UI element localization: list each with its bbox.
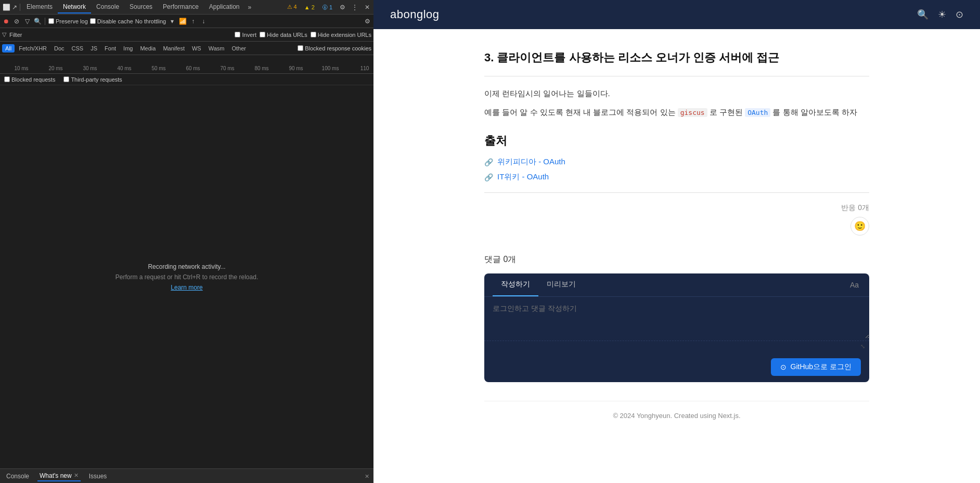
tab-more[interactable]: »	[245, 2, 255, 13]
search-icon[interactable]: 🔍	[917, 9, 929, 20]
tab-console[interactable]: Console	[91, 1, 124, 14]
comments-heading: 댓글 0개	[484, 254, 869, 265]
comment-editor: 작성하기 미리보기 Aa ⤡ ⊙ GitHub으로 로그인	[484, 273, 869, 382]
type-btn-manifest[interactable]: Manifest	[160, 44, 188, 53]
throttling-dropdown-icon[interactable]: ▾	[168, 17, 176, 25]
type-btn-wasm[interactable]: Wasm	[205, 44, 228, 53]
devtools-settings-icon[interactable]: ⚙	[338, 3, 346, 11]
devtools-panel-icon-1[interactable]: ⬜	[2, 3, 10, 11]
tab-elements[interactable]: Elements	[21, 1, 58, 14]
timeline-label-110: 110	[347, 66, 373, 71]
timeline-label-100ms: 100 ms	[313, 66, 347, 71]
source-item-2: 🔗 IT위키 - OAuth	[484, 172, 869, 182]
perform-text: Perform a request or hit Ctrl+R to recor…	[115, 273, 258, 281]
search-network-icon[interactable]: 🔍	[33, 17, 42, 25]
import-icon[interactable]: ↑	[189, 17, 197, 25]
warning-badge: ▲ 2	[303, 4, 316, 10]
devtools-panel-icon-2[interactable]: ↗	[10, 3, 19, 11]
devtools-close-icon[interactable]: ✕	[363, 3, 371, 11]
github-login-button[interactable]: ⊙ GitHub으로 로그인	[771, 358, 861, 376]
type-btn-font[interactable]: Font	[101, 44, 119, 53]
comment-textarea[interactable]	[484, 297, 869, 338]
disable-cache-checkbox[interactable]: Disable cache	[90, 18, 133, 24]
error-badge: ⚠ 4	[286, 4, 299, 10]
timeline-label-50ms: 50 ms	[141, 66, 176, 71]
type-btn-all[interactable]: All	[2, 44, 15, 53]
comment-tab-preview[interactable]: 미리보기	[538, 273, 584, 296]
source-link-1[interactable]: 위키피디아 - OAuth	[497, 157, 565, 167]
bottom-tab-issues[interactable]: Issues	[87, 472, 109, 481]
type-btn-js[interactable]: JS	[87, 44, 100, 53]
filter-label-icon: ▽	[2, 31, 6, 38]
info-badge: 🛈 1	[320, 4, 334, 10]
type-btn-doc[interactable]: Doc	[51, 44, 68, 53]
sources-list: 🔗 위키피디아 - OAuth 🔗 IT위키 - OAuth	[484, 157, 869, 182]
github-login-bar: ⊙ GitHub으로 로그인	[484, 352, 869, 382]
timeline-label-60ms: 60 ms	[176, 66, 210, 71]
comment-tab-write[interactable]: 작성하기	[493, 273, 538, 296]
type-btn-fetch[interactable]: Fetch/XHR	[16, 44, 50, 53]
timeline-label-70ms: 70 ms	[210, 66, 244, 71]
hide-extension-urls-checkbox[interactable]: Hide extension URLs	[311, 32, 371, 38]
section-heading: 3. 클라이언트를 사용하는 리소스 오너가 인증 서버에 접근	[484, 50, 869, 66]
comment-tab-right: Aa	[848, 275, 861, 295]
site-content: 3. 클라이언트를 사용하는 리소스 오너가 인증 서버에 접근 이제 런타임시…	[443, 29, 911, 483]
type-btn-css[interactable]: CSS	[69, 44, 87, 53]
site-logo: abonglog	[390, 8, 440, 21]
section-divider	[484, 76, 869, 76]
blocked-requests-checkbox[interactable]: Blocked requests	[4, 76, 55, 83]
timeline-label-40ms: 40 ms	[107, 66, 141, 71]
recording-text: Recording network activity...	[148, 263, 225, 270]
filter-icon[interactable]: ▽	[23, 17, 31, 25]
network-settings-icon[interactable]: ⚙	[363, 17, 371, 25]
giscus-code: giscus	[678, 108, 707, 117]
timeline-label-90ms: 90 ms	[279, 66, 313, 71]
filter-input[interactable]	[25, 32, 231, 38]
tab-performance[interactable]: Performance	[158, 1, 204, 14]
type-btn-other[interactable]: Other	[228, 44, 249, 53]
learn-more-link[interactable]: Learn more	[171, 284, 202, 291]
timeline-label-10ms: 10 ms	[4, 66, 38, 71]
devtools-more-icon[interactable]: ⋮	[351, 3, 359, 11]
tab-network[interactable]: Network	[58, 1, 91, 14]
filter-label: Filter	[9, 32, 22, 38]
export-icon[interactable]: ↓	[199, 17, 208, 25]
blocked-response-cookies-checkbox[interactable]: Blocked response cookies	[298, 45, 371, 51]
site-footer: © 2024 Yonghyeun. Created using Next.js.	[484, 401, 869, 430]
third-party-requests-checkbox[interactable]: Third-party requests	[63, 76, 122, 83]
reactions-label: 반응 0개	[841, 203, 869, 213]
throttling-selector[interactable]: No throttling	[135, 18, 166, 24]
bottom-tab-whats-new[interactable]: What's new ✕	[37, 471, 81, 481]
reactions-section: 반응 0개 🙂	[484, 192, 869, 246]
invert-checkbox[interactable]: Invert	[235, 32, 256, 38]
bottom-tab-console[interactable]: Console	[4, 472, 31, 481]
wifi-icon[interactable]: 📶	[178, 17, 187, 25]
timeline-label-30ms: 30 ms	[73, 66, 107, 71]
bottom-bar-close-icon[interactable]: ✕	[365, 473, 369, 479]
tab-sources[interactable]: Sources	[124, 1, 158, 14]
theme-toggle-icon[interactable]: ☀	[938, 9, 946, 20]
footer-text: © 2024 Yonghyeun. Created using Next.js.	[613, 412, 740, 420]
record-icon[interactable]: ⏺	[2, 17, 10, 25]
stop-icon[interactable]: ⊘	[12, 17, 21, 25]
hide-data-urls-checkbox[interactable]: Hide data URLs	[260, 32, 307, 38]
timeline-label-20ms: 20 ms	[38, 66, 73, 71]
comment-editor-tabs: 작성하기 미리보기 Aa	[484, 273, 869, 297]
site-header: abonglog 🔍 ☀ ⊙	[373, 0, 980, 29]
comment-resize-handle: ⤡	[484, 341, 869, 352]
preserve-log-checkbox[interactable]: Preserve log	[48, 18, 88, 24]
tab-application[interactable]: Application	[204, 1, 245, 14]
body-text-1: 이제 런타임시의 일어나는 일들이다.	[484, 87, 869, 100]
github-header-icon[interactable]: ⊙	[956, 9, 963, 20]
source-link-icon-1: 🔗	[484, 158, 493, 166]
type-btn-img[interactable]: Img	[120, 44, 136, 53]
source-item-1: 🔗 위키피디아 - OAuth	[484, 157, 869, 167]
sources-heading: 출처	[484, 133, 869, 149]
type-btn-ws[interactable]: WS	[189, 44, 204, 53]
type-btn-media[interactable]: Media	[137, 44, 159, 53]
timeline-label-80ms: 80 ms	[244, 66, 279, 71]
source-link-2[interactable]: IT위키 - OAuth	[497, 172, 549, 182]
source-link-icon-2: 🔗	[484, 173, 493, 181]
whats-new-close-icon[interactable]: ✕	[74, 472, 79, 479]
emoji-reaction-button[interactable]: 🙂	[850, 217, 869, 236]
